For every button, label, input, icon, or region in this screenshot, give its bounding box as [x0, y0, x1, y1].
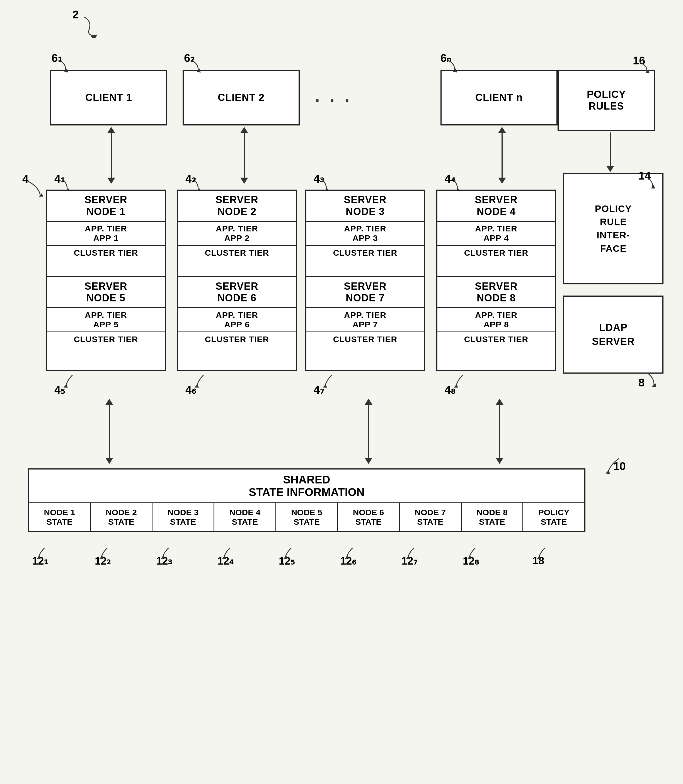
server-node-6-cluster: CLUSTER TIER — [178, 332, 296, 346]
svg-marker-5 — [38, 193, 43, 197]
server-node-1-app: APP. TIERAPP 1 — [47, 221, 165, 245]
curly-123 — [160, 547, 177, 559]
curly-10 — [591, 457, 624, 474]
curly-62 — [185, 59, 208, 72]
curly-121 — [36, 547, 53, 559]
server-node-7-box: SERVERNODE 7 APP. TIERAPP 7 CLUSTER TIER — [305, 276, 425, 371]
client-2-box: CLIENT 2 — [183, 70, 300, 125]
curly-16 — [634, 61, 657, 73]
server-node-8-cluster: CLUSTER TIER — [438, 332, 555, 346]
server-node-2-cluster: CLUSTER TIER — [178, 245, 296, 260]
cell-node3-state: NODE 3STATE — [152, 503, 214, 531]
client-1-label: CLIENT 1 — [51, 90, 166, 106]
cell-node1-state: NODE 1STATE — [29, 503, 91, 531]
curly-128 — [467, 547, 484, 559]
cell-node8-state: NODE 8STATE — [462, 503, 524, 531]
curly-14 — [640, 175, 662, 189]
curly-127 — [406, 547, 422, 559]
shared-state-title: SHAREDSTATE INFORMATION — [29, 470, 584, 503]
arrow-client2 — [240, 127, 248, 184]
server-node-8-app: APP. TIERAPP 8 — [438, 307, 555, 332]
curly-124 — [221, 547, 238, 559]
arrow-node8 — [495, 399, 503, 464]
client-n-label: CLIENT n — [442, 90, 556, 106]
server-node-6-box: SERVERNODE 6 APP. TIERAPP 6 CLUSTER TIER — [177, 276, 297, 371]
curly-47 — [321, 374, 343, 388]
policy-rules-box: POLICY RULES — [558, 70, 655, 131]
client-n-box: CLIENT n — [441, 70, 558, 125]
server-node-7-title: SERVERNODE 7 — [306, 277, 424, 307]
server-node-2-box: SERVERNODE 2 APP. TIERAPP 2 CLUSTER TIER — [177, 189, 297, 284]
server-node-7-app: APP. TIERAPP 7 — [306, 307, 424, 332]
policy-rule-interface-label: POLICY RULE INTER- FACE — [564, 200, 662, 257]
cell-node7-state: NODE 7STATE — [400, 503, 462, 531]
server-node-4-title: SERVERNODE 4 — [438, 191, 555, 221]
server-node-3-box: SERVERNODE 3 APP. TIERAPP 3 CLUSTER TIER — [305, 189, 425, 284]
server-node-2-app: APP. TIERAPP 2 — [178, 221, 296, 245]
svg-marker-1 — [64, 68, 68, 72]
server-node-4-box: SERVERNODE 4 APP. TIERAPP 4 CLUSTER TIER — [436, 189, 556, 284]
curly-8 — [640, 372, 662, 388]
arrow-policy-rules — [606, 132, 614, 172]
svg-marker-10 — [651, 185, 655, 188]
server-node-5-title: SERVERNODE 5 — [47, 277, 165, 307]
arrow-client1 — [107, 127, 115, 184]
server-node-8-title: SERVERNODE 8 — [438, 277, 555, 307]
policy-rules-label: POLICY RULES — [559, 87, 654, 114]
shared-state-table: SHAREDSTATE INFORMATION NODE 1STATE NODE… — [28, 468, 585, 532]
curly-46 — [192, 374, 215, 388]
svg-marker-4 — [645, 69, 649, 73]
arrow-2 — [67, 15, 100, 38]
server-node-5-app: APP. TIERAPP 5 — [47, 307, 165, 332]
server-node-6-app: APP. TIERAPP 6 — [178, 307, 296, 332]
server-node-5-cluster: CLUSTER TIER — [47, 332, 165, 346]
curly-6n — [442, 59, 464, 72]
ldap-server-label: LDAP SERVER — [564, 318, 662, 351]
server-node-1-title: SERVERNODE 1 — [47, 191, 165, 221]
svg-marker-2 — [197, 68, 201, 72]
cell-node5-state: NODE 5STATE — [276, 503, 338, 531]
curly-126 — [344, 547, 361, 559]
client-1-box: CLIENT 1 — [50, 70, 167, 125]
client-2-label: CLIENT 2 — [184, 90, 298, 106]
server-node-8-box: SERVERNODE 8 APP. TIERAPP 8 CLUSTER TIER — [436, 276, 556, 371]
server-node-4-app: APP. TIERAPP 4 — [438, 221, 555, 245]
policy-rule-interface-box: POLICY RULE INTER- FACE — [563, 173, 664, 284]
server-node-4-cluster: CLUSTER TIER — [438, 245, 555, 260]
server-node-1-cluster: CLUSTER TIER — [47, 245, 165, 260]
server-node-1-box: SERVERNODE 1 APP. TIERAPP 1 CLUSTER TIER — [46, 189, 166, 284]
server-node-7-cluster: CLUSTER TIER — [306, 332, 424, 346]
ldap-server-box: LDAP SERVER — [563, 295, 664, 374]
curly-61 — [53, 59, 75, 72]
svg-marker-3 — [453, 68, 457, 72]
cell-policy-state: POLICYSTATE — [523, 503, 584, 531]
cell-node2-state: NODE 2STATE — [91, 503, 153, 531]
arrow-node7 — [365, 399, 372, 464]
dots-clients: . . . — [315, 87, 352, 106]
curly-45 — [61, 374, 83, 388]
server-node-6-title: SERVERNODE 6 — [178, 277, 296, 307]
shared-state-cells: NODE 1STATE NODE 2STATE NODE 3STATE NODE… — [29, 503, 584, 531]
diagram: 2 CLIENT 1 6₁ CLIENT 2 6₂ . . . CLIENT n… — [0, 0, 683, 784]
svg-marker-16 — [606, 470, 610, 474]
cell-node6-state: NODE 6STATE — [338, 503, 400, 531]
arrow-node5 — [105, 399, 113, 464]
server-node-3-app: APP. TIERAPP 3 — [306, 221, 424, 245]
server-node-3-cluster: CLUSTER TIER — [306, 245, 424, 260]
server-node-2-title: SERVERNODE 2 — [178, 191, 296, 221]
server-node-5-box: SERVERNODE 5 APP. TIERAPP 5 CLUSTER TIER — [46, 276, 166, 371]
curly-122 — [99, 547, 116, 559]
curly-18 — [537, 547, 553, 559]
curly-48 — [452, 374, 474, 388]
arrow-clientn — [498, 127, 506, 184]
server-node-3-title: SERVERNODE 3 — [306, 191, 424, 221]
curly-125 — [283, 547, 300, 559]
curly-4 — [25, 180, 47, 197]
cell-node4-state: NODE 4STATE — [214, 503, 276, 531]
